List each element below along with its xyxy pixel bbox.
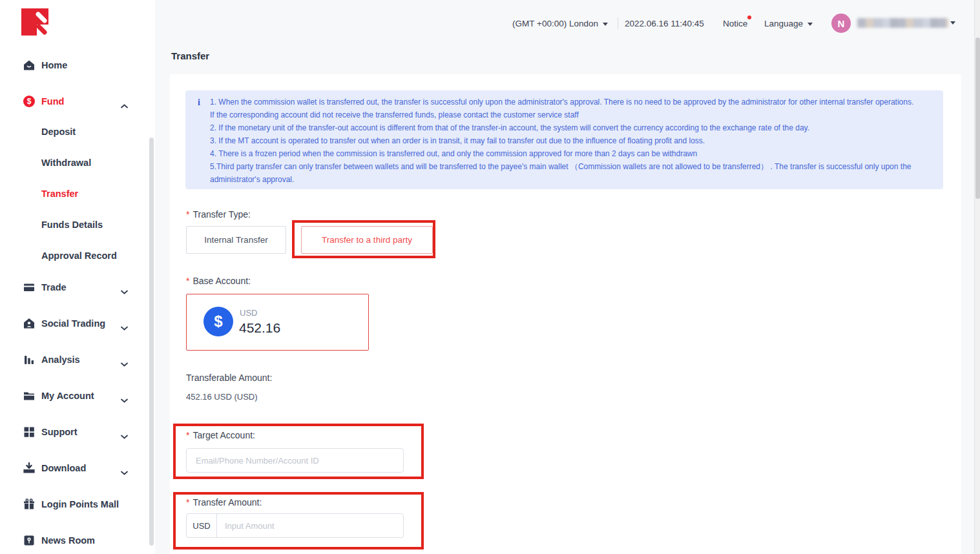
sidebar-item-label: Support — [41, 427, 78, 437]
sidebar-item-label: Funds Details — [41, 220, 103, 230]
transferable-amount-label: Transferable Amount: — [186, 373, 272, 383]
amount-currency-prefix: USD — [187, 514, 217, 537]
transfer-amount-input-group: USD — [186, 513, 404, 538]
info-line: 5.Third party transfer can only transfer… — [210, 160, 939, 173]
sidebar-item-deposit[interactable]: Deposit — [0, 125, 150, 140]
base-account-currency: USD — [240, 308, 257, 318]
sidebar-item-trade[interactable]: Trade — [0, 280, 150, 296]
required-marker: * — [186, 209, 189, 220]
sidebar-item-fund[interactable]: $ Fund — [0, 94, 150, 110]
support-grid-icon — [23, 426, 35, 438]
sidebar-item-funds-details[interactable]: Funds Details — [0, 218, 150, 233]
timezone-label: (GMT +00:00) London — [512, 19, 598, 28]
user-menu-chevron-icon[interactable] — [950, 21, 955, 25]
sidebar-item-download[interactable]: Download — [0, 461, 150, 477]
sidebar-item-my-account[interactable]: My Account — [0, 389, 150, 404]
download-icon — [23, 462, 35, 474]
language-label: Language — [764, 19, 803, 28]
notice-badge-dot — [747, 15, 751, 19]
sidebar: Home $ Fund Deposit Withdrawal Transfer … — [0, 0, 155, 554]
transfer-type-label: *Transfer Type: — [186, 209, 251, 220]
topbar-divider — [618, 17, 618, 29]
info-line: 2. If the monetary unit of the transfer-… — [210, 121, 939, 134]
info-notice-text: 1. When the commission wallet is transfe… — [210, 96, 939, 186]
internal-transfer-button[interactable]: Internal Transfer — [186, 226, 286, 254]
base-account-card[interactable]: $ USD 452.16 — [186, 294, 369, 351]
sidebar-item-social-trading[interactable]: Social Trading — [0, 316, 150, 332]
sidebar-item-label: Withdrawal — [41, 158, 91, 168]
sidebar-item-label: Download — [41, 463, 86, 473]
sidebar-item-label: Transfer — [41, 189, 78, 199]
language-selector[interactable]: Language — [764, 19, 813, 28]
info-line: 1. When the commission wallet is transfe… — [210, 96, 939, 108]
chevron-down-icon — [121, 322, 128, 333]
transfer-amount-label: *Transfer Amount: — [186, 497, 262, 508]
transfer-amount-input[interactable] — [217, 514, 403, 537]
datetime-display: 2022.06.16 11:40:45 — [625, 19, 704, 28]
target-account-label: *Target Account: — [186, 430, 255, 440]
sidebar-scrollbar[interactable] — [149, 138, 154, 546]
page-title: Transfer — [171, 50, 209, 61]
sidebar-item-label: News Room — [41, 535, 95, 546]
fund-icon: $ — [23, 96, 35, 107]
sidebar-item-transfer[interactable]: Transfer — [0, 187, 150, 202]
timezone-selector[interactable]: (GMT +00:00) London — [512, 19, 608, 28]
chevron-down-icon — [808, 23, 813, 26]
page-scrollbar-thumb[interactable] — [975, 37, 980, 199]
chevron-down-icon — [603, 23, 608, 26]
required-marker: * — [186, 430, 189, 440]
user-avatar[interactable]: N — [831, 14, 851, 33]
sidebar-item-label: Home — [41, 60, 67, 70]
sidebar-item-analysis[interactable]: Analysis — [0, 353, 150, 368]
base-account-balance: 452.16 — [239, 320, 280, 336]
chevron-up-icon — [121, 99, 128, 111]
sidebar-item-label: Deposit — [41, 127, 76, 137]
news-room-icon — [23, 535, 35, 546]
sidebar-item-home[interactable]: Home — [0, 58, 150, 74]
info-line: 3. If the MT account is operated to tran… — [210, 134, 939, 147]
social-trading-icon — [23, 318, 35, 329]
sidebar-item-news-room[interactable]: News Room — [0, 533, 150, 549]
info-line: If the corresponding account did not rec… — [210, 108, 939, 121]
brand-logo-icon[interactable] — [21, 8, 48, 36]
chevron-down-icon — [121, 394, 128, 405]
chevron-down-icon — [121, 285, 128, 297]
info-notice-box: i 1. When the commission wallet is trans… — [185, 90, 943, 189]
transfer-content-card: i 1. When the commission wallet is trans… — [170, 74, 961, 554]
chevron-down-icon — [121, 430, 128, 442]
sidebar-item-login-points-mall[interactable]: Login Points Mall — [0, 497, 150, 513]
sidebar-item-label: Social Trading — [41, 318, 105, 329]
info-icon: i — [198, 97, 200, 108]
sidebar-item-label: Analysis — [41, 354, 80, 365]
sidebar-item-label: Approval Record — [41, 251, 117, 261]
sidebar-item-label: My Account — [41, 391, 94, 401]
sidebar-item-label: Fund — [41, 96, 64, 107]
info-line: 4. There is a frozen period when the com… — [210, 147, 939, 160]
sidebar-item-label: Login Points Mall — [41, 499, 119, 509]
chevron-down-icon — [121, 358, 128, 369]
required-marker: * — [186, 276, 189, 286]
sidebar-item-withdrawal[interactable]: Withdrawal — [0, 156, 150, 171]
chevron-down-icon — [121, 466, 128, 478]
target-account-input[interactable] — [186, 448, 404, 473]
analysis-icon — [23, 354, 35, 365]
base-account-label: *Base Account: — [186, 276, 251, 286]
third-party-transfer-button[interactable]: Transfer to a third party — [301, 226, 433, 254]
app-root: Home $ Fund Deposit Withdrawal Transfer … — [0, 0, 980, 554]
username-blurred[interactable] — [857, 18, 948, 28]
transferable-amount-value: 452.16 USD (USD) — [186, 392, 258, 402]
currency-dollar-icon: $ — [203, 307, 233, 336]
folder-icon — [23, 390, 35, 402]
trade-icon — [23, 282, 35, 293]
gift-icon — [23, 498, 35, 510]
sidebar-item-approval-record[interactable]: Approval Record — [0, 249, 150, 264]
required-marker: * — [186, 497, 189, 508]
info-line: administrator's approval. — [210, 173, 939, 186]
home-icon — [23, 59, 35, 71]
sidebar-item-support[interactable]: Support — [0, 425, 150, 440]
notice-link[interactable]: Notice — [723, 19, 747, 28]
sidebar-item-label: Trade — [41, 282, 67, 292]
